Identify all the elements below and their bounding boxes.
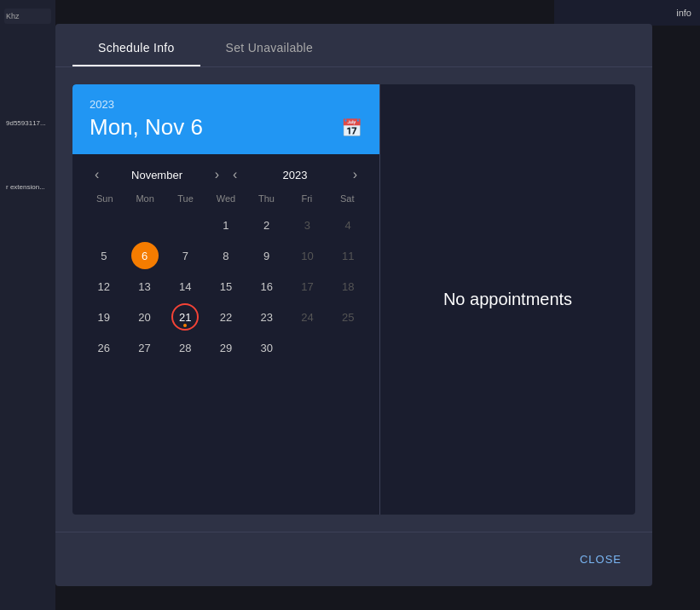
cal-cell-30[interactable]: 30 [253, 334, 281, 361]
cal-cell-5[interactable]: 5 [90, 242, 118, 269]
tab-set-unavailable[interactable]: Set Unavailable [200, 24, 339, 66]
calendar-icon[interactable]: 📅 [341, 118, 362, 138]
calendar-left: 2023 Mon, Nov 6 📅 ‹ November › ‹ 2023 › [72, 84, 379, 515]
cal-cell-27[interactable]: 27 [131, 334, 159, 361]
cal-cell-8[interactable]: 8 [212, 242, 240, 269]
sidebar-id: 9d5593117... [4, 116, 51, 130]
day-fri: Fri [286, 190, 327, 207]
cal-cell-20[interactable]: 20 [131, 303, 159, 331]
cal-cell-12[interactable]: 12 [90, 273, 118, 300]
cal-cell-10[interactable]: 10 [293, 242, 321, 269]
cal-cell-empty [171, 211, 199, 239]
cal-cell-7[interactable]: 7 [171, 242, 199, 269]
cal-cell-26[interactable]: 26 [90, 334, 118, 361]
cal-cell-4[interactable]: 4 [334, 211, 362, 239]
cal-cell-empty [334, 334, 362, 361]
sidebar: Khz 9d5593117... r extension... [0, 0, 55, 610]
tab-schedule-info[interactable]: Schedule Info [72, 24, 200, 66]
calendar-year: 2023 [90, 98, 362, 111]
day-thu: Thu [246, 190, 286, 207]
cal-cell-empty [293, 334, 321, 361]
year-label: 2023 [246, 169, 344, 181]
cal-cell-16[interactable]: 16 [253, 273, 281, 300]
cal-cell-18[interactable]: 18 [334, 273, 362, 300]
sidebar-khz: Khz [4, 9, 51, 24]
calendar-right: No appointments [380, 84, 635, 515]
prev-month-arrow[interactable]: ‹ [90, 166, 104, 183]
cal-cell-17[interactable]: 17 [293, 273, 321, 300]
modal-tabs: Schedule Info Set Unavailable [55, 24, 652, 67]
modal-body: 2023 Mon, Nov 6 📅 ‹ November › ‹ 2023 › [55, 67, 652, 532]
calendar-date-display: Mon, Nov 6 [90, 114, 203, 141]
cal-cell-9[interactable]: 9 [253, 242, 281, 269]
no-appointments-text: No appointments [443, 290, 572, 309]
cal-cell-21[interactable]: 21 [171, 303, 199, 331]
cal-cell-22[interactable]: 22 [212, 303, 240, 331]
calendar-grid: 1 2 3 4 5 6 7 8 9 10 11 12 13 14 15 [72, 210, 379, 374]
day-mon: Mon [124, 190, 165, 207]
day-tue: Tue [165, 190, 205, 207]
day-sun: Sun [84, 190, 124, 207]
day-headers: Sun Mon Tue Wed Thu Fri Sat [72, 190, 379, 207]
cal-cell-1[interactable]: 1 [212, 211, 240, 239]
cal-cell-3[interactable]: 3 [293, 211, 321, 239]
cal-cell-24[interactable]: 24 [293, 303, 321, 331]
topbar: info [554, 0, 700, 26]
day-wed: Wed [205, 190, 246, 207]
cal-cell-19[interactable]: 19 [90, 303, 118, 331]
cal-cell-15[interactable]: 15 [212, 273, 240, 300]
topbar-text: info [676, 8, 691, 18]
month-nav: ‹ November › ‹ 2023 › [72, 154, 379, 190]
cal-cell-23[interactable]: 23 [253, 303, 281, 331]
cal-cell-6[interactable]: 6 [131, 242, 159, 269]
cal-cell-14[interactable]: 14 [171, 273, 199, 300]
month-label: November [107, 169, 205, 181]
date-header: 2023 Mon, Nov 6 📅 [72, 84, 379, 154]
cal-cell-13[interactable]: 13 [131, 273, 159, 300]
calendar-container: 2023 Mon, Nov 6 📅 ‹ November › ‹ 2023 › [72, 84, 635, 515]
day-sat: Sat [327, 190, 367, 207]
modal-footer: CLOSE [55, 532, 652, 586]
cal-cell-29[interactable]: 29 [212, 334, 240, 361]
next-month-arrow[interactable]: › [210, 166, 224, 183]
next-year-arrow[interactable]: › [348, 166, 362, 183]
cal-cell-25[interactable]: 25 [334, 303, 362, 331]
sidebar-ext: r extension... [4, 180, 51, 194]
cal-cell-empty [131, 211, 159, 239]
schedule-modal: Schedule Info Set Unavailable 2023 Mon, … [55, 24, 652, 586]
cal-cell-28[interactable]: 28 [171, 334, 199, 361]
close-button[interactable]: CLOSE [570, 546, 632, 573]
cal-cell-11[interactable]: 11 [334, 242, 362, 269]
cal-cell-empty [90, 211, 118, 239]
cal-cell-2[interactable]: 2 [253, 211, 281, 239]
prev-year-arrow[interactable]: ‹ [228, 166, 242, 183]
